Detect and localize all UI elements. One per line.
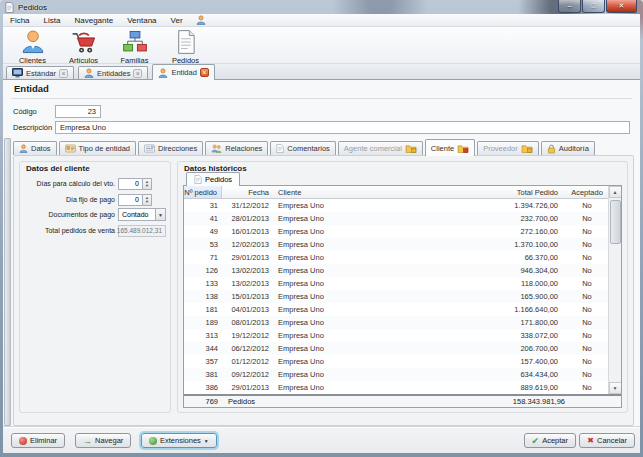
order-row[interactable]: 5312/02/2013Empresa Uno1.370.100,00No (184, 238, 608, 251)
folder-yellow-badge-icon (521, 144, 533, 153)
order-cell-cliente: Empresa Uno (272, 368, 466, 381)
toolbar-clientes[interactable]: Clientes (7, 29, 58, 65)
orders-count-label: Pedidos (222, 397, 255, 406)
menu-ficha[interactable]: Ficha (3, 14, 37, 26)
column-header-num[interactable]: Nº pedido (184, 186, 222, 198)
order-row[interactable]: 31319/12/2012Empresa Uno338.072,00No (184, 329, 608, 342)
order-cell-cliente: Empresa Uno (272, 329, 466, 342)
order-row[interactable]: 7129/01/2013Empresa Uno66.370,00No (184, 251, 608, 264)
person-icon (84, 68, 94, 78)
order-row[interactable]: 3131/12/2012Empresa Uno1.394.726,00No (184, 199, 608, 212)
toolbar-articulos[interactable]: Artículos (58, 29, 109, 65)
order-cell-num: 71 (184, 251, 222, 264)
column-header-cliente[interactable]: Cliente (272, 186, 466, 198)
order-cell-aceptado: No (566, 381, 608, 394)
order-row[interactable]: 4916/01/2013Empresa Uno272.160,00No (184, 225, 608, 238)
descripcion-field[interactable]: Empresa Uno (55, 121, 630, 134)
dia-fijo-stepper[interactable]: 0 ▲▼ (118, 194, 152, 206)
menu-navegante[interactable]: Navegante (67, 14, 120, 26)
doc-tab-entidades[interactable]: Entidades × (78, 66, 148, 79)
column-header-total[interactable]: Total Pedido (466, 186, 566, 198)
tab-datos[interactable]: Datos (13, 141, 57, 155)
document-icon (173, 29, 199, 55)
documentos-pago-select[interactable]: Contado ▼ (118, 208, 166, 221)
order-cell-fecha: 29/01/2013 (222, 381, 272, 394)
menu-ventana[interactable]: Ventana (120, 14, 163, 26)
order-cell-num: 381 (184, 368, 222, 381)
order-row[interactable]: 12613/02/2013Empresa Uno946.304,00No (184, 264, 608, 277)
order-cell-num: 133 (184, 277, 222, 290)
toolbar-pedidos[interactable]: Pedidos (160, 29, 211, 65)
collapsed-side-splitter[interactable] (4, 138, 11, 426)
tab-relaciones[interactable]: Relaciones (205, 141, 268, 155)
order-row[interactable]: 38629/01/2013Empresa Uno889.619,00No (184, 381, 608, 394)
scrollbar-thumb[interactable] (610, 200, 621, 244)
titlebar[interactable]: Pedidos – □ ✕ (0, 0, 643, 14)
order-cell-num: 31 (184, 199, 222, 212)
document-tabstrip: Estándar × Entidades × Entidad × (3, 64, 640, 80)
eliminar-button[interactable]: Eliminar (11, 433, 65, 448)
order-row[interactable]: 38109/12/2012Empresa Uno634.434,00No (184, 368, 608, 381)
column-header-fecha[interactable]: Fecha (222, 186, 272, 198)
order-cell-fecha: 13/02/2013 (222, 264, 272, 277)
dias-calculo-value[interactable]: 0 (118, 178, 142, 190)
doc-tab-estandar[interactable]: Estándar × (6, 66, 74, 79)
menu-ver[interactable]: Ver (164, 14, 190, 26)
doc-tab-entidad[interactable]: Entidad × (152, 64, 214, 80)
chevron-down-icon[interactable]: ▼ (155, 209, 165, 220)
dias-calculo-stepper[interactable]: 0 ▲▼ (118, 178, 152, 190)
scroll-down-icon[interactable]: ▼ (609, 382, 622, 394)
navegar-button[interactable]: → Navegar (75, 433, 131, 448)
order-cell-total: 66.370,00 (466, 251, 566, 264)
order-row[interactable]: 35701/12/2012Empresa Uno157.400,00No (184, 355, 608, 368)
group-title: Datos del cliente (26, 164, 90, 173)
order-row[interactable]: 34406/12/2012Empresa Uno206.700,00No (184, 342, 608, 355)
close-button[interactable]: ✕ (606, 0, 637, 13)
close-tab-icon[interactable]: × (59, 69, 68, 78)
maximize-button[interactable]: □ (582, 0, 605, 13)
extensiones-button[interactable]: Extensiones ▼ (141, 433, 217, 448)
order-row[interactable]: 4128/01/2013Empresa Uno232.700,00No (184, 212, 608, 225)
menu-lista[interactable]: Lista (37, 14, 68, 26)
toolbar-familias[interactable]: Familias (109, 29, 160, 65)
vertical-scrollbar[interactable]: ▲ ▼ (608, 186, 621, 394)
cancelar-button[interactable]: ✖ Cancelar (579, 433, 635, 448)
button-label: Eliminar (30, 436, 57, 445)
tab-tipo-de-entidad[interactable]: Tipo de entidad (59, 141, 136, 155)
descripcion-row: Descripción Empresa Uno (3, 121, 630, 134)
order-cell-total: 889.619,00 (466, 381, 566, 394)
order-row[interactable]: 18104/01/2013Empresa Uno1.166.640,00No (184, 303, 608, 316)
entity-tabstrip: Datos Tipo de entidad Direcciones Relaci… (13, 138, 632, 155)
aceptar-button[interactable]: ✔ Aceptar (524, 433, 576, 448)
orders-summary-row: 769 Pedidos 158.343.981,96 (184, 394, 621, 407)
lock-icon (547, 144, 556, 154)
codigo-field[interactable]: 23 (55, 105, 101, 118)
order-cell-fecha: 09/12/2012 (222, 368, 272, 381)
column-header-aceptado[interactable]: Aceptado (566, 186, 608, 198)
tab-cliente[interactable]: Cliente (425, 139, 475, 156)
tab-label: Relaciones (225, 144, 262, 153)
tab-direcciones[interactable]: Direcciones (138, 141, 203, 155)
client-person-icon (20, 29, 46, 55)
scroll-up-icon[interactable]: ▲ (609, 186, 622, 198)
order-row[interactable]: 18908/01/2013Empresa Uno171.800,00No (184, 316, 608, 329)
order-cell-aceptado: No (566, 238, 608, 251)
close-tab-icon[interactable]: × (200, 68, 209, 77)
doc-tab-label: Entidad (171, 68, 196, 77)
spinner-arrows-icon[interactable]: ▲▼ (142, 178, 152, 190)
tab-auditoria[interactable]: Auditoría (541, 141, 595, 155)
close-tab-icon[interactable]: × (133, 69, 142, 78)
pedidos-inner-tab[interactable]: Pedidos (186, 172, 240, 186)
tab-comentarios[interactable]: Comentarios (270, 141, 336, 155)
order-row[interactable]: 13815/01/2013Empresa Uno165.900,00No (184, 290, 608, 303)
dias-calculo-row: Días para cálculo del vto. 0 ▲▼ (20, 177, 168, 190)
entity-page: Entidad Código 23 Descripción Empresa Un… (3, 80, 640, 453)
minimize-button[interactable]: – (558, 0, 581, 13)
user-person-icon[interactable] (196, 15, 206, 25)
spinner-arrows-icon[interactable]: ▲▼ (142, 194, 152, 206)
app-window: Pedidos – □ ✕ Ficha Lista Navegante Vent… (0, 0, 643, 457)
order-cell-total: 272.160,00 (466, 225, 566, 238)
dia-fijo-value[interactable]: 0 (118, 194, 142, 206)
tab-label: Proveedor (483, 144, 518, 153)
order-row[interactable]: 13313/02/2013Empresa Uno118.000,00No (184, 277, 608, 290)
